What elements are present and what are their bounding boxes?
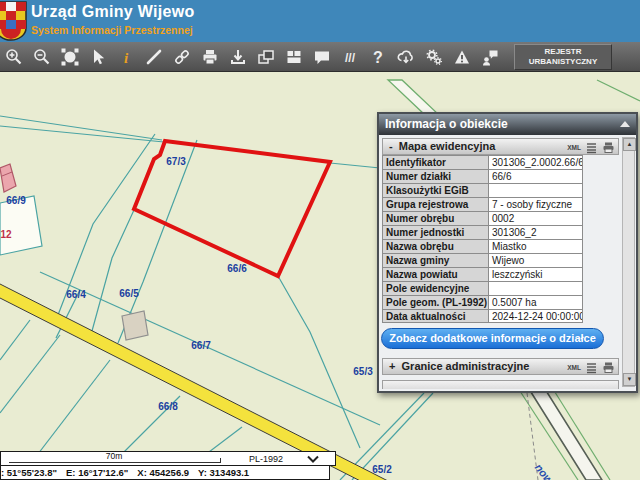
- attribute-name: Data aktualności: [382, 309, 489, 323]
- measure-icon[interactable]: ///: [340, 47, 360, 67]
- attribute-value: 2024-12-24 00:00:00: [489, 309, 583, 323]
- xml-export-icon[interactable]: XML: [567, 360, 581, 375]
- section-prefix: -: [389, 140, 393, 152]
- attribute-name: Numer obrębu: [382, 211, 489, 225]
- table-row: Pole geom. (PL-1992) 0.5007 ha: [382, 295, 583, 309]
- white-plot: [0, 196, 42, 255]
- panel-scrollbar[interactable]: ▲ ▼: [622, 137, 635, 387]
- coord-x: X: 454256.9: [137, 467, 189, 478]
- scale-bar-box: 70m PL-1992: [0, 451, 336, 466]
- list-view-icon[interactable]: [585, 141, 598, 154]
- attribute-value: 0.5007 ha: [489, 295, 583, 309]
- app-subtitle: System Informacji Przestrzennej: [31, 24, 193, 36]
- table-row: Nazwa obrębu Miastko: [382, 239, 583, 253]
- rejestr-urbanistyczny-button[interactable]: REJESTR URBANISTYCZNY: [514, 44, 612, 70]
- warning-icon[interactable]: [452, 47, 472, 67]
- attribute-value: 301306_2.0002.66/6: [489, 155, 583, 169]
- print-section-icon[interactable]: [602, 141, 615, 154]
- table-row: Numer obrębu 0002: [382, 211, 583, 225]
- next-section-partial: [382, 380, 619, 389]
- table-row: Identyfikator 301306_2.0002.66/6: [382, 155, 583, 169]
- zoom-out-icon[interactable]: [32, 47, 52, 67]
- select-area-icon[interactable]: [60, 47, 80, 67]
- layout-panels-icon[interactable]: [284, 47, 304, 67]
- app-title: Urząd Gminy Wijewo: [31, 3, 195, 21]
- attribute-name: Numer działki: [382, 169, 489, 183]
- xml-export-icon[interactable]: XML: [567, 140, 581, 155]
- map-toolbar: i /// ? REJESTR URBANISTYCZNY: [0, 42, 640, 72]
- list-view-icon[interactable]: [585, 361, 598, 374]
- cloud-download-icon[interactable]: [396, 47, 416, 67]
- attribute-value: leszczyński: [489, 267, 583, 281]
- section-prefix: +: [389, 360, 395, 372]
- section-mapa-ewidencyjna[interactable]: - Mapa ewidencyjna XML: [382, 138, 619, 155]
- parcel-details-button[interactable]: Zobacz dodatkowe informacje o działce: [381, 328, 604, 349]
- download-icon[interactable]: [228, 47, 248, 67]
- table-row: Nazwa powiatu leszczyński: [382, 267, 583, 281]
- svg-text:?: ?: [373, 48, 383, 65]
- table-row: Grupa rejestrowa 7 - osoby fizyczne: [382, 197, 583, 211]
- attribute-name: Nazwa gminy: [382, 253, 489, 267]
- swap-windows-icon[interactable]: [256, 47, 276, 67]
- attribute-value: 66/6: [489, 169, 583, 183]
- table-row: Pole ewidencyjne: [382, 281, 583, 295]
- app-window: 67/366/91266/666/466/566/765/366/8102/61…: [0, 0, 640, 480]
- attribute-name: Numer jednostki: [382, 225, 489, 239]
- table-row: Klasoużytki EGiB: [382, 183, 583, 197]
- scroll-down-icon[interactable]: ▼: [623, 373, 636, 386]
- app-header: Urząd Gminy Wijewo System Informacji Prz…: [0, 0, 640, 42]
- settings-icon[interactable]: [424, 47, 444, 67]
- attribute-value: 7 - osoby fizyczne: [489, 197, 583, 211]
- feedback-icon[interactable]: [480, 47, 500, 67]
- coord-lat: : 51°55'23.8": [1, 467, 57, 478]
- coordinates-bar: : 51°55'23.8"E: 16°17'12.6"X: 454256.9Y:…: [0, 466, 330, 480]
- scroll-up-icon[interactable]: ▲: [623, 138, 636, 151]
- zoom-in-icon[interactable]: [4, 47, 24, 67]
- attribute-value: [489, 183, 583, 197]
- attribute-value: Wijewo: [489, 253, 583, 267]
- info-panel-titlebar[interactable]: Informacja o obiekcie: [379, 114, 636, 135]
- link-icon[interactable]: [172, 47, 192, 67]
- attribute-name: Grupa rejestrowa: [382, 197, 489, 211]
- crs-selector[interactable]: PL-1992: [249, 454, 283, 464]
- attribute-value: 301306_2: [489, 225, 583, 239]
- collapse-panel-icon[interactable]: [620, 121, 630, 127]
- attribute-name: Pole ewidencyjne: [382, 281, 489, 295]
- attribute-name: Nazwa powiatu: [382, 267, 489, 281]
- attribute-name: Nazwa obrębu: [382, 239, 489, 253]
- identify-icon[interactable]: i: [116, 47, 136, 67]
- print-section-icon[interactable]: [602, 361, 615, 374]
- scale-bar: 70m: [5, 452, 223, 465]
- building-gray: [122, 311, 148, 340]
- info-panel: Informacja o obiekcie - Mapa ewidencyjna…: [377, 112, 638, 393]
- table-row: Numer działki 66/6: [382, 169, 583, 183]
- parcel-attribute-table: Identyfikator 301306_2.0002.66/6 Numer d…: [382, 155, 583, 323]
- draw-line-icon[interactable]: [144, 47, 164, 67]
- coat-of-arms-logo: [0, 1, 27, 41]
- section-title: Granice administracyjne: [402, 360, 530, 372]
- attribute-value: 0002: [489, 211, 583, 225]
- attribute-name: Identyfikator: [382, 155, 489, 169]
- scale-ruler: [9, 458, 221, 463]
- svg-text:i: i: [124, 49, 129, 65]
- print-icon[interactable]: [200, 47, 220, 67]
- table-row: Nazwa gminy Wijewo: [382, 253, 583, 267]
- section-granice-administracyjne[interactable]: + Granice administracyjne XML: [382, 358, 619, 375]
- attribute-name: Klasoużytki EGiB: [382, 183, 489, 197]
- pointer-icon[interactable]: [88, 47, 108, 67]
- attribute-value: [489, 281, 583, 295]
- chevron-down-icon[interactable]: [307, 455, 319, 463]
- attribute-name: Pole geom. (PL-1992): [382, 295, 489, 309]
- attribute-value: Miastko: [489, 239, 583, 253]
- comment-icon[interactable]: [312, 47, 332, 67]
- svg-text:///: ///: [345, 50, 356, 64]
- table-row: Data aktualności 2024-12-24 00:00:00: [382, 309, 583, 323]
- coord-lon: E: 16°17'12.6": [66, 467, 128, 478]
- section-title: Mapa ewidencyjna: [399, 140, 496, 152]
- table-row: Numer jednostki 301306_2: [382, 225, 583, 239]
- help-icon[interactable]: ?: [368, 47, 388, 67]
- coord-y: Y: 313493.1: [198, 467, 249, 478]
